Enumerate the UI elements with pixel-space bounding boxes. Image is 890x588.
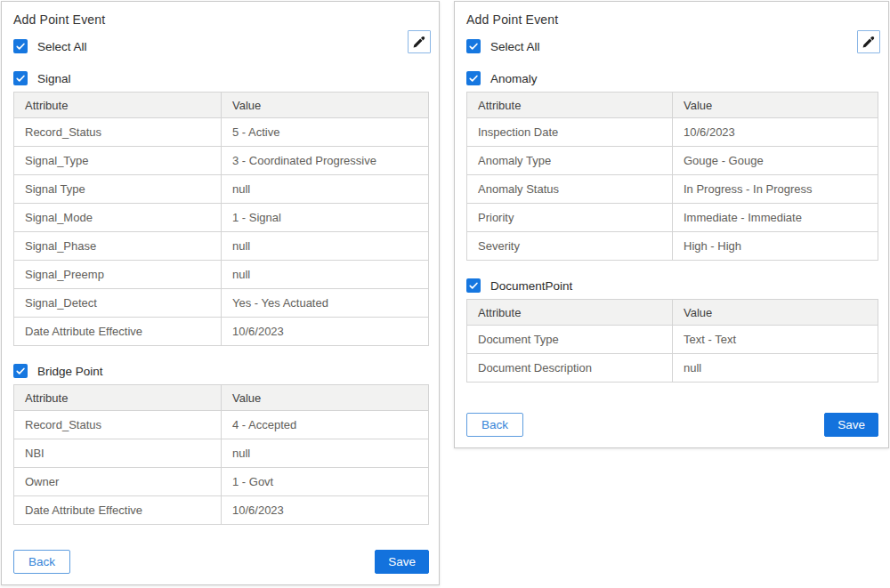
eyedropper-button[interactable]: [408, 30, 431, 53]
attribute-cell: Record_Status: [14, 411, 222, 439]
value-cell: 10/6/2023: [222, 496, 429, 525]
select-all-label: Select All: [37, 40, 87, 53]
signal-attribute-table: Attribute Value Record_Status 5 - Active…: [13, 92, 429, 346]
attribute-cell: Signal_Phase: [14, 232, 222, 261]
table-row: Document Type Text - Text: [467, 326, 878, 354]
page: Add Point Event Select All Signal: [0, 0, 890, 586]
save-button[interactable]: Save: [375, 550, 429, 574]
value-cell: 10/6/2023: [222, 318, 429, 346]
table-header-row: Attribute Value: [467, 300, 878, 326]
group-label: Bridge Point: [37, 365, 103, 378]
attribute-cell: Signal_Detect: [14, 289, 222, 318]
attribute-cell: Signal_Type: [14, 147, 222, 175]
value-cell: null: [673, 354, 878, 383]
value-column-header: Value: [673, 93, 878, 118]
back-button[interactable]: Back: [466, 413, 523, 437]
attribute-cell: Signal_Preemp: [14, 261, 222, 289]
table-row: Signal_Mode 1 - Signal: [14, 204, 429, 232]
group-checkbox-signal[interactable]: Signal: [13, 71, 429, 85]
table-row: Date Attribute Effective 10/6/2023: [14, 318, 429, 346]
attribute-cell: Anomaly Status: [467, 175, 673, 204]
table-row: Document Description null: [467, 354, 878, 383]
attribute-cell: Anomaly Type: [467, 147, 673, 175]
attribute-cell: Date Attribute Effective: [14, 496, 222, 525]
attribute-cell: Document Description: [467, 354, 673, 383]
attribute-cell: NBI: [14, 439, 222, 468]
attribute-cell: Signal_Mode: [14, 204, 222, 232]
checkbox-checked-icon[interactable]: [466, 71, 481, 85]
group-checkbox-documentpoint[interactable]: DocumentPoint: [466, 278, 878, 293]
panel-footer: Back Save: [13, 550, 429, 574]
value-cell: null: [222, 175, 429, 204]
value-cell: 1 - Govt: [222, 468, 429, 496]
table-row: Record_Status 5 - Active: [14, 118, 429, 147]
attribute-cell: Owner: [14, 468, 222, 496]
value-cell: Yes - Yes Actuated: [222, 289, 429, 318]
checkbox-checked-icon[interactable]: [466, 39, 481, 53]
value-column-header: Value: [222, 93, 429, 118]
attribute-column-header: Attribute: [467, 93, 673, 118]
checkbox-checked-icon[interactable]: [13, 39, 28, 53]
table-row: Date Attribute Effective 10/6/2023: [14, 496, 429, 525]
panel-footer: Back Save: [466, 413, 878, 437]
attribute-cell: Inspection Date: [467, 118, 673, 147]
value-cell: 5 - Active: [222, 118, 429, 147]
select-all-checkbox[interactable]: Select All: [466, 39, 878, 53]
value-cell: High - High: [673, 232, 878, 261]
table-row: Signal_Type 3 - Coordinated Progressive: [14, 147, 429, 175]
page-title: Add Point Event: [466, 11, 878, 27]
checkbox-checked-icon[interactable]: [13, 71, 28, 85]
attribute-cell: Severity: [467, 232, 673, 261]
table-row: Signal Type null: [14, 175, 429, 204]
group-checkbox-bridge-point[interactable]: Bridge Point: [13, 364, 429, 378]
value-cell: null: [222, 232, 429, 261]
table-row: Anomaly Status In Progress - In Progress: [467, 175, 878, 204]
table-header-row: Attribute Value: [14, 93, 429, 118]
eyedropper-icon: [862, 35, 876, 49]
table-row: Owner 1 - Govt: [14, 468, 429, 496]
attribute-cell: Document Type: [467, 326, 673, 354]
checkbox-checked-icon[interactable]: [466, 278, 481, 293]
table-header-row: Attribute Value: [14, 385, 429, 411]
value-cell: null: [222, 439, 429, 468]
attribute-column-header: Attribute: [467, 300, 673, 326]
table-row: Signal_Preemp null: [14, 261, 429, 289]
table-row: Anomaly Type Gouge - Gouge: [467, 147, 878, 175]
select-all-checkbox[interactable]: Select All: [13, 39, 429, 53]
documentpoint-attribute-table: Attribute Value Document Type Text - Tex…: [466, 299, 878, 383]
value-cell: Immediate - Immediate: [673, 204, 878, 232]
value-cell: 1 - Signal: [222, 204, 429, 232]
value-column-header: Value: [673, 300, 878, 326]
add-point-event-panel-left: Add Point Event Select All Signal: [1, 1, 440, 585]
attribute-cell: Record_Status: [14, 118, 222, 147]
attribute-column-header: Attribute: [14, 93, 222, 118]
table-header-row: Attribute Value: [467, 93, 878, 118]
eyedropper-icon: [412, 35, 426, 49]
eyedropper-button[interactable]: [857, 30, 880, 53]
bridge-point-attribute-table: Attribute Value Record_Status 4 - Accept…: [13, 384, 429, 525]
value-cell: 4 - Accepted: [222, 411, 429, 439]
anomaly-attribute-table: Attribute Value Inspection Date 10/6/202…: [466, 92, 878, 261]
attribute-cell: Priority: [467, 204, 673, 232]
checkbox-checked-icon[interactable]: [13, 364, 28, 378]
select-all-label: Select All: [490, 40, 540, 53]
back-button[interactable]: Back: [13, 550, 70, 574]
table-row: Severity High - High: [467, 232, 878, 261]
group-checkbox-anomaly[interactable]: Anomaly: [466, 71, 878, 85]
table-row: Inspection Date 10/6/2023: [467, 118, 878, 147]
group-label: Signal: [37, 72, 71, 85]
group-label: DocumentPoint: [490, 279, 572, 293]
table-row: Signal_Phase null: [14, 232, 429, 261]
value-cell: 3 - Coordinated Progressive: [222, 147, 429, 175]
table-row: Record_Status 4 - Accepted: [14, 411, 429, 439]
value-cell: null: [222, 261, 429, 289]
value-cell: In Progress - In Progress: [673, 175, 878, 204]
value-column-header: Value: [222, 385, 429, 411]
value-cell: Text - Text: [673, 326, 878, 354]
group-label: Anomaly: [490, 72, 538, 85]
table-row: Signal_Detect Yes - Yes Actuated: [14, 289, 429, 318]
attribute-column-header: Attribute: [14, 385, 222, 411]
value-cell: Gouge - Gouge: [673, 147, 878, 175]
page-title: Add Point Event: [13, 11, 429, 27]
save-button[interactable]: Save: [824, 413, 878, 437]
